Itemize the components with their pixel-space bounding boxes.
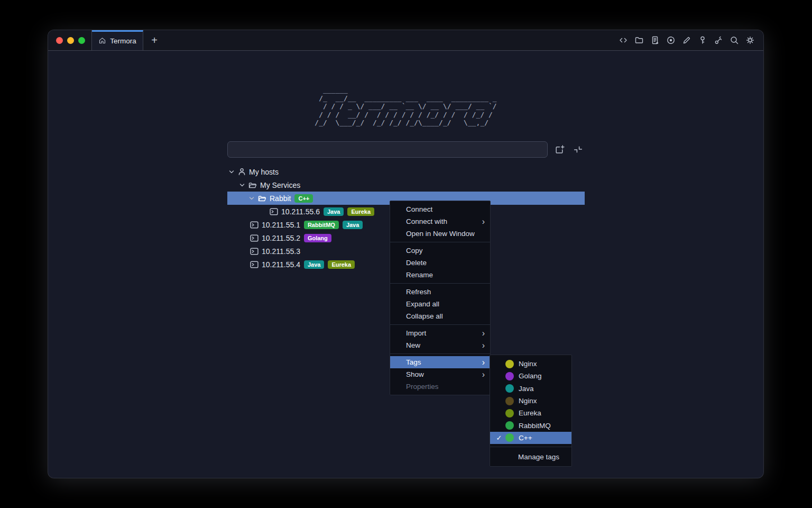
tag-color-dot [505,421,514,430]
tag-badge: Java [304,260,324,269]
tab-bar: Termora + [48,30,763,51]
app-window: Termora + [48,30,763,478]
tag-color-dot [505,409,514,418]
tree-row-my-hosts[interactable]: My hosts [227,165,585,178]
menu-item-tags[interactable]: Tags› [390,356,490,368]
tag-color-dot [505,397,514,405]
tree-label: 10.211.55.3 [262,247,300,256]
submenu-arrow-icon: › [482,341,485,350]
menu-item-collapse-all[interactable]: Collapse all [390,310,490,322]
tag-badge: Golang [304,234,331,242]
close-window-button[interactable] [56,37,63,44]
folder-icon[interactable] [634,35,644,45]
submenu-item-tag[interactable]: RabbitMQ [490,419,571,431]
terminal-icon [250,261,259,268]
chevron-down-icon[interactable] [229,169,234,175]
search-side-buttons [553,143,584,155]
tab-termora[interactable]: Termora [92,30,143,50]
menu-item-open-in-new-window[interactable]: Open in New Window [390,228,490,240]
chevron-down-icon[interactable] [249,196,254,201]
tree-label: Rabbit [270,194,291,203]
search-icon[interactable] [730,35,739,45]
collapse-icon[interactable] [572,143,584,155]
log-icon[interactable] [650,35,660,45]
menu-item-connect-with[interactable]: Connect with› [390,215,490,228]
user-icon [238,168,246,176]
tree-label: 10.211.55.4 [262,260,300,269]
tree-label: My Services [260,181,300,189]
menu-item-new[interactable]: New› [390,339,490,351]
home-icon [98,37,106,46]
search-input[interactable] [227,141,548,158]
menu-item-rename[interactable]: Rename [390,269,490,281]
menu-item-show[interactable]: Show› [390,368,490,380]
keychain-icon[interactable] [714,35,723,45]
terminal-icon [250,248,259,255]
ascii-logo: ______ /_ __/__ _________ ___ ____ _____… [315,86,496,127]
minimize-window-button[interactable] [67,37,74,44]
tree-row-my-services[interactable]: My Services [227,178,585,192]
tree-label: 10.211.55.6 [281,207,320,216]
chevron-down-icon[interactable] [239,183,245,188]
submenu-item-tag[interactable]: Nginx [490,358,571,370]
menu-item-delete[interactable]: Delete [390,257,490,269]
tags-submenu: Nginx Golang Java Nginx Eureka [490,355,572,467]
submenu-arrow-icon: › [482,358,485,367]
tag-color-dot [505,372,514,380]
submenu-item-tag-cpp[interactable]: ✓ C++ [490,432,571,444]
context-menu: Connect Connect with› Open in New Window… [390,201,491,395]
edit-icon[interactable] [682,35,691,45]
record-icon[interactable] [666,35,676,45]
menu-item-copy[interactable]: Copy [390,244,490,257]
menu-item-expand-all[interactable]: Expand all [390,298,490,310]
menu-item-refresh[interactable]: Refresh [390,286,490,298]
terminal-icon [250,221,259,229]
checkmark-icon: ✓ [494,434,504,442]
window-controls [48,30,92,50]
key-icon[interactable] [698,35,707,45]
tag-badge: C++ [294,194,313,203]
folder-open-icon [248,182,257,189]
submenu-arrow-icon: › [482,217,485,226]
menu-item-properties: Properties [390,380,490,393]
tree-label: 10.211.55.2 [262,234,300,242]
terminal-icon [270,208,278,215]
code-icon[interactable] [619,35,628,45]
folder-open-icon [258,195,266,202]
tag-badge: Java [324,207,344,216]
menu-item-connect[interactable]: Connect [390,203,490,215]
menu-item-import[interactable]: Import› [390,327,490,339]
terminal-icon [250,234,259,242]
tree-label: My hosts [249,168,279,176]
tag-color-dot [505,433,514,442]
submenu-arrow-icon: › [482,329,485,338]
submenu-item-tag[interactable]: Nginx [490,395,571,407]
tree-label: 10.211.55.1 [262,221,300,229]
submenu-item-tag[interactable]: Eureka [490,407,571,419]
settings-gear-icon[interactable] [745,35,755,45]
submenu-arrow-icon: › [482,370,485,379]
tag-badge: Eureka [328,260,355,269]
new-tab-button[interactable]: + [143,30,165,50]
zoom-window-button[interactable] [78,37,85,44]
tab-title: Termora [110,37,136,45]
submenu-item-tag[interactable]: Golang [490,370,571,382]
tag-badge: RabbitMQ [304,221,339,229]
submenu-item-tag[interactable]: Java [490,383,571,395]
tag-badge: Eureka [347,207,374,216]
add-host-icon[interactable] [553,143,565,155]
tag-badge: Java [343,221,363,229]
tag-color-dot [505,384,514,393]
toolbar [619,30,763,50]
submenu-item-manage-tags[interactable]: Manage tags [490,450,571,464]
tag-color-dot [505,360,514,368]
host-search-bar [227,141,548,158]
